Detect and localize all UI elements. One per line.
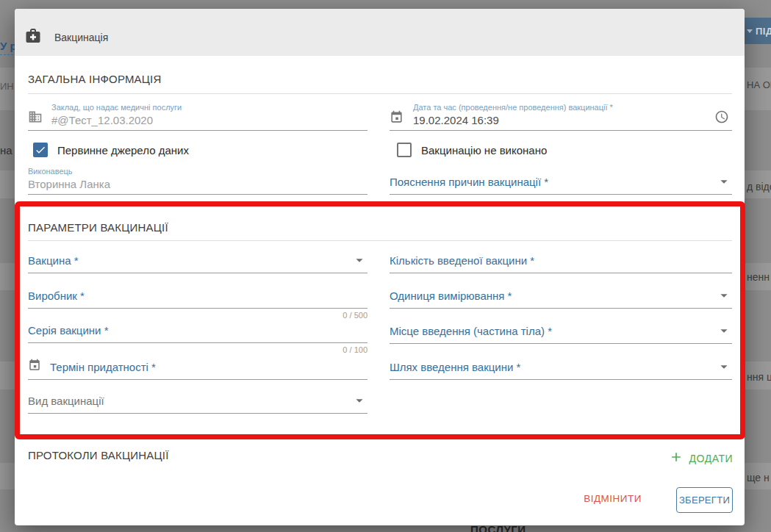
explanation-label: Пояснення причин вакцинації * [390,176,548,188]
unit-select[interactable]: Одиниця вимірювання * [390,282,732,309]
chevron-down-icon [716,173,732,193]
performer-field[interactable]: Виконавець Вторинна Ланка [28,167,367,195]
not-performed-label: Вакцинацію не виконано [421,144,547,157]
datetime-label: Дата та час (проведення/не проведення) в… [413,103,613,112]
manufacturer-field[interactable]: Виробник * 0 / 500 [28,282,367,309]
backdrop-text-fragment: ненн [747,271,770,283]
site-label: Місце введення (частина тіла) * [390,325,552,337]
backdrop-text-fragment: ще н [747,472,770,484]
not-performed-checkbox-row[interactable]: Вакцинацію не виконано [397,143,547,157]
backdrop-text-fragment: на [0,144,12,157]
site-select[interactable]: Місце введення (частина тіла) * [390,317,732,344]
check-icon [35,144,46,156]
modal-title: Вакцинація [54,32,108,43]
unit-label: Одиниця вимірювання * [390,290,512,302]
sign-button-partial[interactable]: ПІД [745,18,771,44]
parameters-section-heading: ПАРАМЕТРИ ВАКЦИНАЦІЇ [28,221,168,234]
series-label: Серія вакцини * [28,324,108,337]
vaccine-select[interactable]: Вакцина * [28,247,367,273]
manufacturer-label: Виробник * [28,290,85,302]
divider [28,93,732,94]
expiration-field[interactable]: Термін придатності * [28,353,367,380]
chevron-down-icon [351,252,367,271]
kind-select[interactable]: Вид вакцинації [28,387,367,414]
backdrop-text-fragment: ння ц [747,371,771,383]
building-icon [28,109,43,127]
save-button[interactable]: ЗБЕРЕГТИ [676,487,733,513]
add-protocol-button[interactable]: ДОДАТИ [669,450,733,467]
not-performed-checkbox[interactable] [397,143,412,157]
modal-header: Вакцинація [15,9,745,56]
datetime-value: 19.02.2024 16:39 [413,114,499,126]
calendar-icon [390,110,404,127]
plus-icon [669,450,684,467]
backdrop-text-fragment: ИН [0,81,14,92]
facility-field[interactable]: Заклад, що надає медичні послуги #@Тест_… [28,103,367,131]
general-section-heading: ЗАГАЛЬНА ІНФОРМАЦІЯ [28,73,162,85]
sign-button-label: ПІД [756,26,771,37]
protocols-section-heading: ПРОТОКОЛИ ВАКЦИНАЦІЇ [28,449,169,461]
facility-label: Заклад, що надає медичні послуги [51,103,182,112]
performer-label: Виконавець [28,167,73,176]
divider [28,240,732,241]
facility-value: #@Тест_12.03.2020 [51,114,153,126]
route-label: Шлях введення вакцини * [390,361,520,373]
amount-label: Кількість введеної вакцини * [390,254,534,267]
calendar-icon [28,359,41,375]
chevron-down-icon [747,29,753,33]
medkit-icon [24,27,42,48]
primary-source-checkbox-row[interactable]: Первинне джерело даних [33,143,189,157]
backdrop-text-fragment: НА ОЦ [747,79,771,90]
series-field[interactable]: Серія вакцини * 0 / 100 [28,317,367,343]
expiration-label: Термін придатності * [50,361,156,373]
vaccination-modal: Вакцинація ЗАГАЛЬНА ІНФОРМАЦІЯ Заклад, щ… [15,9,745,525]
performer-value: Вторинна Ланка [28,178,110,190]
vaccine-label: Вакцина * [28,254,79,267]
explanation-select[interactable]: Пояснення причин вакцинації * [390,167,732,195]
chevron-down-icon [716,323,732,342]
datetime-field[interactable]: Дата та час (проведення/не проведення) в… [390,103,732,131]
amount-field[interactable]: Кількість введеної вакцини * [390,247,732,273]
route-select[interactable]: Шлях введення вакцини * [390,353,732,380]
backdrop-text-fragment: д відо [747,181,771,193]
chevron-down-icon [716,287,732,306]
chevron-down-icon [351,392,367,411]
primary-source-label: Первинне джерело даних [57,144,189,157]
clock-icon[interactable] [714,109,729,127]
chevron-down-icon [716,359,732,378]
primary-source-checkbox[interactable] [33,143,48,157]
cancel-button[interactable]: ВІДМІНИТИ [584,493,642,504]
kind-label: Вид вакцинації [28,395,104,407]
add-protocol-label: ДОДАТИ [689,453,733,464]
